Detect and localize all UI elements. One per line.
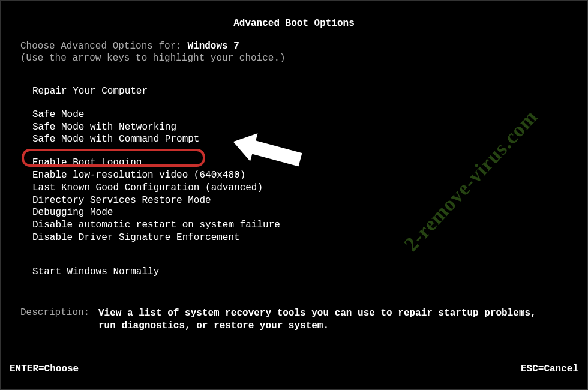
- menu-item-low-res[interactable]: Enable low-resolution video (640x480): [32, 169, 568, 182]
- choose-line: Choose Advanced Options for: Windows 7: [20, 41, 568, 52]
- menu-item-ds-restore[interactable]: Directory Services Restore Mode: [32, 194, 568, 207]
- hint-line: (Use the arrow keys to highlight your ch…: [20, 53, 568, 64]
- footer: ENTER=Choose ESC=Cancel: [10, 364, 578, 374]
- page-title: Advanced Boot Options: [1, 1, 587, 41]
- menu-item-boot-logging[interactable]: Enable Boot Logging: [32, 157, 568, 169]
- description-label: Description:: [20, 307, 98, 333]
- menu-item-repair[interactable]: Repair Your Computer: [32, 85, 568, 98]
- menu-item-safe-mode-networking[interactable]: Safe Mode with Networking: [32, 121, 568, 134]
- boot-menu: Repair Your Computer Safe Mode Safe Mode…: [20, 85, 568, 278]
- footer-esc: ESC=Cancel: [521, 364, 578, 374]
- menu-item-last-known[interactable]: Last Known Good Configuration (advanced): [32, 182, 568, 194]
- description-section: Description: View a list of system recov…: [1, 307, 587, 333]
- choose-prefix: Choose Advanced Options for:: [20, 41, 187, 52]
- menu-item-disable-restart[interactable]: Disable automatic restart on system fail…: [32, 219, 568, 232]
- menu-item-safe-mode[interactable]: Safe Mode: [32, 109, 568, 121]
- footer-enter: ENTER=Choose: [10, 364, 79, 374]
- menu-item-debugging[interactable]: Debugging Mode: [32, 206, 568, 219]
- os-name: Windows 7: [187, 41, 239, 52]
- menu-item-safe-mode-cmd[interactable]: Safe Mode with Command Prompt: [32, 133, 199, 146]
- description-text: View a list of system recovery tools you…: [98, 307, 551, 333]
- menu-item-disable-driver-sig[interactable]: Disable Driver Signature Enforcement: [32, 232, 568, 244]
- menu-item-start-normal[interactable]: Start Windows Normally: [32, 266, 568, 278]
